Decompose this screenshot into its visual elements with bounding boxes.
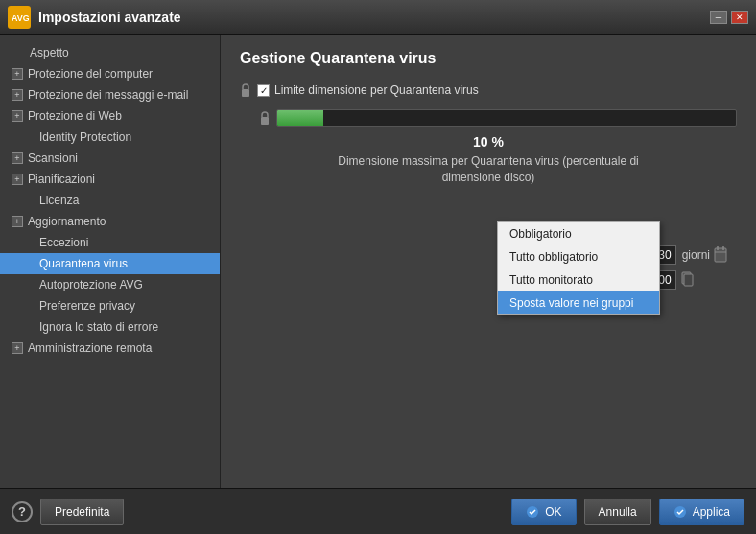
- sidebar-item-identity-protection[interactable]: Identity Protection: [0, 127, 220, 148]
- sidebar-item-protezione-web[interactable]: + Protezione di Web: [0, 105, 220, 127]
- expand-icon: +: [12, 342, 23, 354]
- main-container: Aspetto + Protezione del computer + Prot…: [0, 35, 756, 488]
- svg-rect-11: [684, 274, 693, 286]
- sidebar-item-eccezioni[interactable]: Eccezioni: [0, 232, 220, 253]
- svg-text:AVG: AVG: [12, 13, 29, 23]
- spacer-icon: [21, 278, 35, 291]
- sidebar-item-quarantena-virus[interactable]: Quarantena virus: [0, 253, 220, 274]
- sidebar-item-aspetto[interactable]: Aspetto: [0, 42, 220, 63]
- sidebar-item-scansioni[interactable]: + Scansioni: [0, 148, 220, 169]
- sidebar-item-protezione-computer[interactable]: + Protezione del computer: [0, 63, 220, 84]
- dropdown-item-sposta-valore[interactable]: Sposta valore nei gruppi: [498, 291, 659, 314]
- sidebar-item-pianificazioni[interactable]: + Pianificazioni: [0, 169, 220, 190]
- content-area: Gestione Quarantena virus ✓ Limite dimen…: [221, 35, 756, 488]
- bottom-bar: ? Predefinita OK Annulla Applica: [0, 488, 756, 534]
- expand-icon: +: [12, 89, 23, 101]
- files-icon: [680, 270, 694, 290]
- spacer-icon: [21, 194, 35, 207]
- sidebar-item-amministrazione-remota[interactable]: + Amministrazione remota: [0, 337, 220, 359]
- dropdown-item-tutto-monitorato[interactable]: Tutto monitorato: [498, 268, 659, 291]
- titlebar: AVG Impostazioni avanzate ─ ✕: [0, 0, 756, 35]
- applica-button[interactable]: Applica: [659, 499, 744, 525]
- sidebar-item-preferenze-privacy[interactable]: Preferenze privacy: [0, 295, 220, 316]
- expand-icon: +: [12, 174, 23, 185]
- annulla-button[interactable]: Annulla: [584, 499, 651, 525]
- sidebar-item-autoprotezione[interactable]: Autoprotezione AVG: [0, 274, 220, 295]
- sidebar-item-aggiornamento[interactable]: + Aggiornamento: [0, 211, 220, 232]
- sidebar-item-licenza[interactable]: Licenza: [0, 190, 220, 211]
- dropdown-menu: Obbligatorio Tutto obbligatorio Tutto mo…: [497, 221, 660, 315]
- dropdown-item-obbligatorio[interactable]: Obbligatorio: [498, 222, 659, 245]
- help-button[interactable]: ?: [12, 501, 33, 522]
- limit-size-label: Limite dimensione per Quarantena virus: [274, 83, 479, 97]
- applica-icon: [673, 505, 687, 519]
- spacer-icon: [21, 299, 35, 313]
- avg-logo: AVG: [8, 6, 31, 29]
- expand-icon: +: [12, 216, 23, 227]
- spacer-icon: [21, 130, 35, 144]
- spacer-icon: [21, 236, 35, 249]
- spacer-icon: [21, 257, 35, 270]
- percent-display: 10 %: [240, 134, 737, 150]
- ok-button[interactable]: OK: [511, 499, 576, 525]
- svg-rect-5: [715, 248, 726, 262]
- spacer-icon: [21, 320, 35, 334]
- close-button[interactable]: ✕: [731, 11, 748, 24]
- sidebar: Aspetto + Protezione del computer + Prot…: [0, 35, 221, 488]
- sidebar-item-ignora-errore[interactable]: Ignora lo stato di errore: [0, 316, 220, 337]
- bottom-left: ? Predefinita: [12, 499, 124, 525]
- svg-rect-2: [242, 89, 249, 97]
- slider-description: Dimensione massima per Quarantena virus …: [240, 153, 737, 186]
- sidebar-item-protezione-messaggi[interactable]: + Protezione dei messaggi e-mail: [0, 84, 220, 105]
- slider-fill: [277, 110, 323, 126]
- expand-icon: +: [12, 110, 23, 122]
- lock-icon: [240, 82, 251, 98]
- minimize-button[interactable]: ─: [710, 11, 727, 24]
- content-title: Gestione Quarantena virus: [240, 50, 737, 67]
- window-controls: ─ ✕: [710, 11, 748, 24]
- size-slider[interactable]: [276, 109, 737, 127]
- dropdown-item-tutto-obbligatorio[interactable]: Tutto obbligatorio: [498, 245, 659, 268]
- limit-size-checkbox[interactable]: ✓: [257, 84, 270, 97]
- lock-icon-slider: [259, 110, 271, 126]
- expand-icon: +: [12, 152, 23, 164]
- bottom-right: OK Annulla Applica: [511, 499, 744, 525]
- ok-icon: [526, 505, 539, 519]
- days-suffix: giorni: [682, 248, 710, 262]
- window-title: Impostazioni avanzate: [38, 10, 710, 25]
- svg-rect-3: [261, 117, 269, 125]
- predefinita-button[interactable]: Predefinita: [40, 499, 124, 525]
- limit-size-row: ✓ Limite dimensione per Quarantena virus: [240, 82, 737, 98]
- spacer-icon: [12, 46, 25, 59]
- expand-icon: +: [12, 68, 23, 80]
- calendar-icon: [714, 245, 727, 265]
